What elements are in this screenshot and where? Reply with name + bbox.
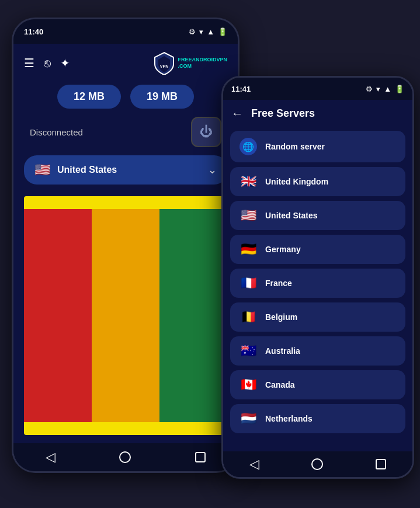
- ad-top-bar: [24, 196, 227, 209]
- upload-stat: 19 MB: [130, 85, 194, 109]
- logo-shield: VPN: [153, 52, 175, 74]
- power-icon: ⏻: [200, 124, 213, 140]
- list-item[interactable]: 🇨🇦 Canada: [230, 370, 405, 399]
- list-item[interactable]: 🇺🇸 United States: [230, 201, 405, 230]
- ad-flag-red: [24, 209, 92, 422]
- phone2-main: ← Free Servers 🌐 Random server 🇬🇧 United…: [223, 100, 412, 451]
- list-item[interactable]: 🇩🇪 Germany: [230, 235, 405, 264]
- battery-icon: 🔋: [218, 27, 227, 36]
- phone2-status-icons: ⚙ ▾ ▲ 🔋: [366, 85, 404, 93]
- list-item[interactable]: 🇳🇱 Netherlands: [230, 404, 405, 433]
- p2-settings-icon: ⚙: [366, 85, 373, 93]
- ad-flag-yellow: [92, 209, 159, 422]
- phone1-main: ☰ ⎋ ✦ VPN FREEANDROIDVPN .COM: [13, 44, 238, 443]
- star-icon[interactable]: ✦: [60, 56, 70, 70]
- home-nav-button[interactable]: [119, 451, 131, 463]
- chevron-down-icon: ⌄: [208, 163, 217, 176]
- phone1-nav-bar: ◁: [13, 443, 238, 471]
- server-name: France: [265, 279, 292, 288]
- selected-flag: 🇺🇸: [34, 162, 50, 178]
- server-list: 🌐 Random server 🇬🇧 United Kingdom 🇺🇸 Uni…: [223, 127, 412, 451]
- p2-battery-icon: 🔋: [395, 85, 404, 93]
- logo-brand: FREE: [178, 57, 192, 62]
- list-item[interactable]: 🇧🇪 Belgium: [230, 302, 405, 332]
- server-name: Random server: [265, 142, 325, 151]
- phone1-status-bar: 11:40 ⚙ ▾ ▲ 🔋: [13, 19, 238, 44]
- menu-icon[interactable]: ☰: [24, 56, 34, 70]
- scene: 11:40 ⚙ ▾ ▲ 🔋 ☰ ⎋ ✦: [0, 0, 420, 508]
- svg-text:VPN: VPN: [160, 64, 168, 68]
- p2-home-button[interactable]: [311, 458, 323, 470]
- server-list-title: Free Servers: [251, 107, 315, 120]
- server-name: Belgium: [265, 312, 297, 322]
- logo-label: FREEANDROIDVPN .COM: [178, 57, 227, 69]
- server-name: Australia: [265, 346, 300, 356]
- settings-icon: ⚙: [189, 27, 196, 36]
- phone2-time: 11:41: [231, 85, 251, 93]
- disconnect-label: Disconnected: [30, 127, 83, 137]
- p2-signal-icon: ▲: [384, 85, 391, 93]
- flag-be: 🇧🇪: [239, 309, 257, 325]
- phone1: 11:40 ⚙ ▾ ▲ 🔋 ☰ ⎋ ✦: [12, 18, 239, 473]
- server-name: United Kingdom: [265, 177, 328, 186]
- country-selector[interactable]: 🇺🇸 United States ⌄: [24, 155, 227, 185]
- phone1-status-icons: ⚙ ▾ ▲ 🔋: [189, 27, 227, 36]
- p2-back-button[interactable]: ◁: [249, 457, 259, 472]
- server-header: ← Free Servers: [223, 100, 412, 127]
- flag-uk: 🇬🇧: [239, 174, 257, 189]
- list-item[interactable]: 🇬🇧 United Kingdom: [230, 167, 405, 196]
- flag-nl: 🇳🇱: [239, 411, 257, 426]
- phone2-status-bar: 11:41 ⚙ ▾ ▲ 🔋: [223, 78, 412, 100]
- back-nav-button[interactable]: ◁: [46, 450, 55, 465]
- server-name: Canada: [265, 380, 295, 389]
- toolbar: ☰ ⎋ ✦ VPN FREEANDROIDVPN .COM: [24, 52, 227, 74]
- list-item[interactable]: 🌐 Random server: [230, 131, 405, 162]
- power-button[interactable]: ⏻: [191, 117, 221, 147]
- back-arrow-button[interactable]: ←: [231, 107, 243, 120]
- flag-de: 🇩🇪: [239, 242, 257, 257]
- signal-icon: ▲: [207, 27, 214, 36]
- list-item[interactable]: 🇦🇺 Australia: [230, 336, 405, 366]
- flag-us: 🇺🇸: [239, 208, 257, 223]
- wifi-icon: ▾: [199, 27, 203, 36]
- globe-icon: 🌐: [239, 138, 257, 155]
- logo-brand2: ANDROIDVPN: [192, 57, 227, 62]
- p2-recents-button[interactable]: [376, 459, 386, 469]
- p2-wifi-icon: ▾: [376, 85, 380, 93]
- country-left: 🇺🇸 United States: [34, 162, 117, 178]
- ad-banner: [24, 196, 227, 435]
- ad-flag-green: [159, 209, 227, 422]
- disconnect-row: Disconnected ⏻: [24, 117, 227, 147]
- list-item[interactable]: 🇫🇷 France: [230, 269, 405, 298]
- phone2-nav-bar: ◁: [223, 451, 412, 477]
- server-name: Netherlands: [265, 414, 313, 423]
- server-name: United States: [265, 211, 317, 220]
- ad-flags: [24, 209, 227, 422]
- flag-au: 🇦🇺: [239, 343, 257, 359]
- selected-country: United States: [57, 165, 117, 175]
- server-name: Germany: [265, 245, 301, 254]
- stats-row: 12 MB 19 MB: [24, 85, 227, 109]
- toolbar-icons: ☰ ⎋ ✦: [24, 56, 70, 70]
- share-icon[interactable]: ⎋: [44, 57, 51, 70]
- phone2: 11:41 ⚙ ▾ ▲ 🔋 ← Free Servers 🌐 Random se…: [221, 76, 414, 479]
- download-stat: 12 MB: [57, 85, 121, 109]
- recents-nav-button[interactable]: [195, 452, 206, 462]
- logo-suffix: .COM: [178, 63, 192, 69]
- flag-fr: 🇫🇷: [239, 276, 257, 291]
- phone1-time: 11:40: [24, 27, 43, 36]
- logo: VPN FREEANDROIDVPN .COM: [153, 52, 227, 74]
- ad-bottom-bar: [24, 422, 227, 435]
- flag-ca: 🇨🇦: [239, 377, 257, 392]
